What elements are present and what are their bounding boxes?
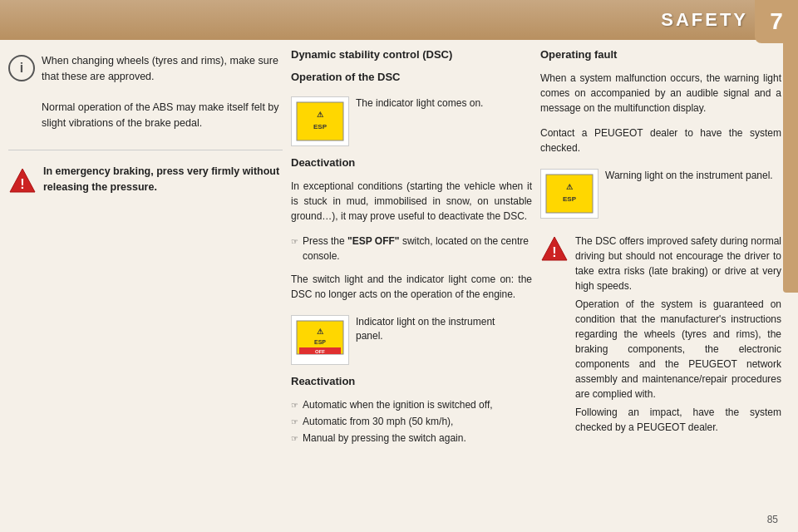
warning-light-indicator: ⚠ ESP	[540, 169, 598, 219]
operation-esp-row: ⚠ ESP The indicator light comes on.	[291, 93, 532, 150]
reactivation-title: Reactivation	[291, 375, 532, 387]
warning-box-right: ! The DSC offers improved safety during …	[540, 234, 781, 438]
chapter-number: 7	[770, 8, 783, 35]
info-box: i When changing wheels (tyres and rims),…	[8, 48, 283, 136]
esp-off-svg: ⚠ ESP OFF	[295, 319, 345, 361]
svg-text:OFF: OFF	[315, 349, 325, 354]
warning-light-caption: Warning light on the instrument panel.	[605, 165, 773, 183]
deactivation-bullet-list: Press the "ESP OFF" switch, located on t…	[291, 234, 532, 265]
svg-text:⚠: ⚠	[317, 328, 323, 336]
operation-caption: The indicator light comes on.	[356, 93, 483, 111]
warning-text-left: In emergency braking, press very firmly …	[43, 164, 283, 195]
mid-column: Dynamic stability control (DSC) Operatio…	[291, 48, 532, 507]
warning-triangle-icon: !	[8, 167, 37, 195]
left-column: i When changing wheels (tyres and rims),…	[8, 48, 283, 507]
section-title: SAFETY	[661, 9, 748, 31]
svg-text:ESP: ESP	[314, 339, 326, 345]
chapter-badge: 7	[755, 0, 798, 43]
fault-para1: When a system malfunction occurs, the wa…	[540, 71, 781, 116]
deactivation-bullet-item: Press the "ESP OFF" switch, located on t…	[291, 234, 532, 264]
info-icon: i	[8, 55, 35, 81]
operation-subtitle: Operation of the DSC	[291, 71, 532, 83]
esp-off-indicator: ⚠ ESP OFF	[291, 315, 349, 365]
svg-text:⚠: ⚠	[317, 111, 323, 119]
page-number: 85	[767, 514, 778, 525]
info-text: When changing wheels (tyres and rims), m…	[42, 53, 283, 131]
svg-text:⚠: ⚠	[566, 183, 573, 191]
warning-triangle-icon-right: !	[540, 235, 569, 264]
right-column: Operating fault When a system malfunctio…	[540, 48, 781, 507]
warning-para2: Operation of the system is guaranteed on…	[575, 297, 781, 401]
svg-text:!: !	[552, 245, 556, 259]
warning-light-row: ⚠ ESP Warning light on the instrument pa…	[540, 165, 781, 222]
deactivation-title: Deactivation	[291, 156, 532, 169]
svg-text:ESP: ESP	[563, 195, 577, 203]
reactivation-bullet-1: Automatic when the ignition is switched …	[291, 397, 532, 412]
indicator-esp-row: ⚠ ESP OFF Indicator light on the instrum…	[291, 312, 532, 368]
dsc-title: Dynamic stability control (DSC)	[291, 48, 532, 61]
svg-rect-2	[297, 102, 343, 140]
page-header: SAFETY 7	[0, 0, 798, 40]
esp-on-svg: ⚠ ESP	[295, 101, 345, 142]
warning-para3: Following an impact, have the system che…	[575, 405, 781, 435]
esp-on-indicator: ⚠ ESP	[291, 96, 349, 146]
svg-rect-10	[546, 175, 593, 213]
warning-para1: The DSC offers improved safety during no…	[575, 234, 781, 293]
divider-1	[8, 150, 283, 150]
indicator-caption: Indicator light on the instrument panel.	[356, 312, 495, 343]
reactivation-bullet-3: Manual by pressing the switch again.	[291, 431, 532, 446]
deactivation-para: In exceptional conditions (starting the …	[291, 179, 532, 224]
svg-text:!: !	[20, 177, 24, 191]
warning-text-right: The DSC offers improved safety during no…	[575, 234, 781, 438]
warning-light-svg: ⚠ ESP	[544, 173, 594, 214]
main-content: i When changing wheels (tyres and rims),…	[0, 40, 798, 515]
warning-box-left: ! In emergency braking, press very firml…	[8, 164, 283, 198]
reactivation-bullet-2: Automatic from 30 mph (50 km/h),	[291, 414, 532, 429]
fault-title: Operating fault	[540, 48, 781, 61]
deactivation-para2: The switch light and the indicator light…	[291, 272, 532, 302]
reactivation-bullet-list: Automatic when the ignition is switched …	[291, 397, 532, 447]
fault-para2: Contact a PEUGEOT dealer to have the sys…	[540, 126, 781, 155]
svg-text:ESP: ESP	[313, 123, 328, 131]
